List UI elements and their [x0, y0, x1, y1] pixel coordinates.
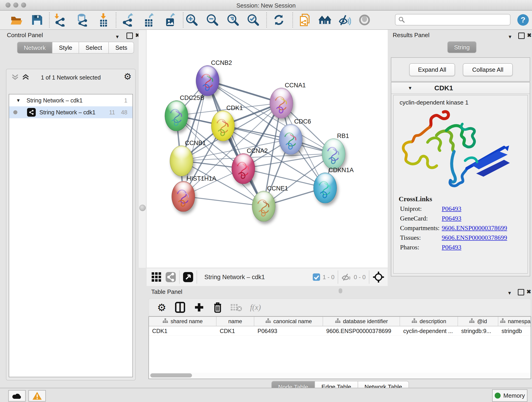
memory-button[interactable]: Memory [492, 389, 527, 402]
close-panel-icon[interactable]: ✖ [527, 32, 532, 38]
view-mode-icon[interactable] [165, 272, 176, 282]
options-gear-icon[interactable]: ⚙ [124, 71, 132, 82]
node-CDC25B[interactable] [165, 100, 188, 131]
column-header-database-identifier[interactable]: database identifier [323, 317, 400, 326]
node-CCNB1[interactable] [170, 146, 193, 176]
add-column-icon[interactable] [194, 302, 204, 313]
left-splitter-knob[interactable] [139, 205, 146, 211]
expander-triangle-icon[interactable]: ▼ [16, 98, 21, 103]
node-CDK1[interactable] [211, 110, 234, 141]
tab-string[interactable]: String [447, 41, 476, 53]
cell-@id[interactable]: stringdb:9... [458, 326, 498, 336]
import-network-database-button[interactable] [76, 13, 89, 27]
column-header-@id[interactable]: @id [458, 317, 498, 326]
node-gloss [199, 67, 216, 79]
save-session-button[interactable] [30, 13, 44, 27]
cell-description[interactable]: cyclin-dependent ... [400, 326, 458, 336]
clone-network-button[interactable] [298, 13, 311, 27]
selected-checkbox-icon[interactable] [312, 273, 320, 281]
import-network-file-button[interactable] [54, 13, 67, 27]
node-CDC6[interactable] [279, 124, 302, 155]
export-network-button[interactable] [121, 13, 135, 27]
fit-content-button[interactable] [226, 13, 240, 27]
crosshair-icon[interactable] [373, 271, 385, 283]
cell-name[interactable]: CDK1 [216, 326, 254, 336]
cloud-button[interactable] [8, 390, 26, 402]
network-collection-row[interactable]: ▼ String Network – cdk1 1 [9, 95, 133, 106]
shared-column-icon [335, 318, 341, 325]
node-CCNB2[interactable] [196, 65, 219, 96]
crosslink-link[interactable]: 9606.ENSP00000378699 [442, 234, 507, 241]
import-network-file-icon [54, 13, 67, 27]
export-image-button[interactable] [163, 13, 177, 27]
search-field[interactable] [395, 14, 510, 26]
open-session-button[interactable] [10, 13, 23, 27]
network-row-selected[interactable]: String Network – cdk1 11 48 [9, 106, 133, 118]
section-triangle-icon[interactable]: ▼ [408, 85, 412, 91]
node-CDKN1A[interactable] [313, 172, 337, 203]
left-splitter-track[interactable] [138, 30, 146, 268]
column-header-name[interactable]: name [216, 317, 254, 326]
cell-canonical-name[interactable]: P06493 [254, 326, 323, 336]
tab-select[interactable]: Select [79, 42, 108, 54]
crosslink-link[interactable]: 9606.ENSP00000378699 [442, 224, 507, 232]
hidden-eye-icon[interactable] [341, 273, 351, 281]
export-table-button[interactable] [142, 13, 155, 27]
float-panel-icon[interactable] [518, 32, 525, 39]
column-header-description[interactable]: description [400, 317, 458, 326]
column-label: description [419, 318, 446, 325]
cdk1-section-header[interactable]: ▼ CDK1 [391, 83, 530, 94]
houses-button[interactable] [318, 13, 332, 27]
collapse-panel-icon[interactable]: ▾ [508, 290, 511, 296]
table-hscrollbar[interactable] [148, 373, 531, 379]
column-header-namespac[interactable]: namespac [498, 317, 531, 326]
node-RB1[interactable] [322, 138, 345, 169]
help-button[interactable]: ? [516, 13, 530, 27]
tab-sets[interactable]: Sets [108, 42, 134, 54]
edge-HIST1H1A-CCNE1[interactable] [183, 196, 264, 206]
node-CCNE1[interactable] [252, 191, 275, 222]
column-header-canonical-name[interactable]: canonical name [254, 317, 323, 326]
crosslink-link[interactable]: P06493 [442, 215, 462, 222]
tab-style[interactable]: Style [52, 42, 79, 54]
collection-count: 1 [124, 97, 127, 104]
delete-column-icon[interactable] [213, 302, 222, 313]
cell-database-identifier[interactable]: 9606.ENSP00000378699 [323, 326, 400, 336]
open-in-window-icon[interactable] [183, 272, 193, 282]
float-panel-icon[interactable] [518, 289, 524, 295]
warnings-button[interactable] [28, 390, 46, 402]
collapse-all-button[interactable]: Collapse All [463, 63, 513, 76]
birdseye-button[interactable] [358, 13, 371, 27]
collapse-panel-icon[interactable]: ▾ [509, 34, 511, 39]
column-header-shared-name[interactable]: shared name [149, 317, 216, 326]
edge-CCNB2-CCNE1[interactable] [207, 80, 264, 206]
expand-all-button[interactable]: Expand All [409, 63, 455, 76]
cell-shared-name[interactable]: CDK1 [149, 326, 216, 336]
network-canvas[interactable]: CCNB2CCNA1CDC25BCDK1CDC6RB1CCNB1CCNA2CDK… [147, 30, 388, 268]
collapse-panel-icon[interactable]: ▾ [116, 34, 119, 39]
import-table-button[interactable] [97, 13, 110, 27]
crosslink-link[interactable]: P06493 [442, 244, 462, 251]
zoom-selected-button[interactable] [247, 13, 260, 27]
crosslink-link[interactable]: P06493 [442, 205, 462, 212]
cell-namespac[interactable]: stringdb [498, 326, 531, 336]
search-input[interactable] [405, 16, 505, 23]
gray-ball-icon [359, 14, 370, 26]
control-panel: Control Panel ▾ ✖ NetworkStyleSelectSets… [3, 30, 138, 380]
hscroll-thumb[interactable] [150, 373, 192, 377]
float-panel-icon[interactable] [127, 32, 133, 39]
node-CCNA2[interactable] [232, 153, 255, 184]
grid-mode-icon[interactable] [151, 272, 162, 282]
table-row[interactable]: CDK1CDK1P064939606.ENSP00000378699cyclin… [149, 326, 531, 336]
tab-network[interactable]: Network [17, 42, 52, 54]
hide-graphics-button[interactable] [338, 13, 351, 27]
zoom-out-button[interactable] [206, 13, 219, 27]
node-CCNA1[interactable] [270, 88, 293, 119]
netbar-divider [338, 270, 338, 284]
table-settings-gear-icon[interactable]: ⚙ [157, 302, 166, 313]
refresh-button[interactable] [272, 13, 285, 27]
node-HIST1H1A[interactable] [172, 181, 195, 212]
close-panel-icon[interactable]: ✖ [526, 289, 531, 294]
zoom-in-button[interactable] [185, 13, 198, 27]
show-columns-icon[interactable] [175, 302, 185, 313]
